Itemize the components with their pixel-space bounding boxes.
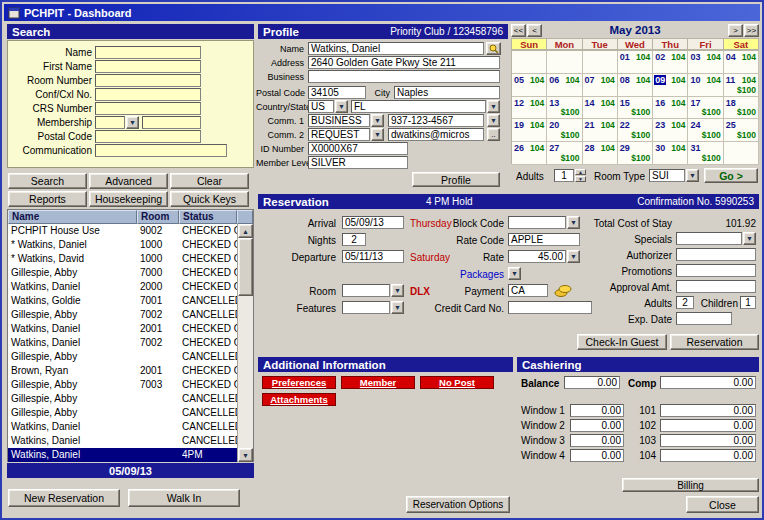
member-level-input[interactable] — [308, 156, 408, 169]
account-value-input[interactable] — [660, 434, 756, 447]
comm2-value-input[interactable] — [388, 128, 484, 141]
account-value-input[interactable] — [660, 449, 756, 462]
nights-input[interactable] — [342, 233, 366, 246]
search-button[interactable]: Search — [8, 173, 87, 189]
packages-dropdown-icon[interactable]: ▼ — [508, 267, 521, 280]
column-header-status[interactable]: Status — [179, 210, 237, 224]
rate-input[interactable] — [508, 250, 566, 263]
calendar-day-cell[interactable]: 10104 — [688, 74, 723, 97]
calendar-prev-year-button[interactable]: << — [511, 24, 526, 37]
credit-card-input[interactable] — [508, 301, 592, 314]
column-header-room[interactable]: Room — [137, 210, 179, 224]
communication-input[interactable] — [95, 144, 227, 157]
table-row[interactable]: Gillespie, Abby7003CHECKED OUT — [8, 378, 237, 392]
country-input[interactable] — [308, 100, 334, 113]
calendar-day-cell[interactable]: 02104 — [653, 51, 688, 74]
table-row[interactable]: Watkins, Goldie7001CANCELLED — [8, 294, 237, 308]
lamp-preferences[interactable]: Preferences — [262, 376, 336, 389]
comm1-dropdown-icon[interactable]: ▼ — [371, 114, 384, 127]
comm2-ellipsis-icon[interactable]: .. — [487, 128, 500, 141]
calendar-day-cell[interactable]: 17$100 — [688, 97, 723, 120]
calendar-day-cell[interactable]: 29$100 — [618, 142, 653, 165]
calendar-day-cell[interactable]: 15$100 — [618, 97, 653, 120]
block-code-dropdown-icon[interactable]: ▼ — [567, 216, 580, 229]
block-code-input[interactable] — [508, 216, 566, 229]
calendar-day-cell[interactable]: 06104 — [547, 74, 582, 97]
scroll-down-icon[interactable]: ▼ — [238, 448, 253, 462]
account-value-input[interactable] — [660, 419, 756, 432]
calendar-day-cell[interactable]: 04104 — [724, 51, 759, 74]
room-input[interactable] — [342, 284, 390, 297]
calendar-day-cell[interactable] — [512, 51, 547, 74]
lamp-attachments[interactable]: Attachments — [262, 393, 336, 406]
lamp-member[interactable]: Member — [341, 376, 415, 389]
crs-number-input[interactable] — [95, 102, 201, 115]
table-row[interactable]: Watkins, DanielCANCELLED — [8, 434, 237, 448]
reservation-button[interactable]: Reservation — [670, 334, 759, 350]
reports-button[interactable]: Reports — [8, 191, 87, 207]
exp-date-input[interactable] — [676, 312, 732, 325]
billing-button[interactable]: Billing — [622, 478, 759, 492]
conf-no-input[interactable] — [95, 88, 201, 101]
new-reservation-button[interactable]: New Reservation — [8, 489, 120, 507]
table-row[interactable]: Gillespie, AbbyCANCELLED — [8, 406, 237, 420]
column-header-name[interactable]: Name — [8, 210, 137, 224]
window-value-input[interactable] — [570, 434, 624, 447]
country-dropdown-icon[interactable]: ▼ — [335, 100, 348, 113]
window-value-input[interactable] — [570, 419, 624, 432]
adults-spin-up-icon[interactable]: ▲ — [575, 169, 586, 175]
features-input[interactable] — [342, 301, 390, 314]
comm1-type-input[interactable] — [308, 114, 370, 127]
calendar-day-cell[interactable]: 13$100 — [547, 97, 582, 120]
calendar-day-cell[interactable]: 18$100 — [724, 97, 759, 120]
calendar-day-cell[interactable]: 14104 — [583, 97, 618, 120]
quick-keys-button[interactable]: Quick Keys — [170, 191, 249, 207]
calendar-day-cell[interactable]: 11104$100 — [724, 74, 759, 97]
calendar-day-cell[interactable]: 27$100 — [547, 142, 582, 165]
reservation-options-button[interactable]: Reservation Options — [406, 496, 510, 513]
calendar-prev-month-button[interactable]: < — [527, 24, 542, 37]
promotions-input[interactable] — [676, 264, 756, 277]
calendar-day-cell[interactable]: 21104 — [583, 119, 618, 142]
comm1-more-icon[interactable]: ▼ — [487, 114, 500, 127]
cash-coins-icon[interactable] — [554, 284, 572, 297]
state-dropdown-icon[interactable]: ▼ — [487, 100, 500, 113]
specials-input[interactable] — [676, 232, 742, 245]
calendar-day-cell[interactable]: 25$100 — [724, 119, 759, 142]
specials-dropdown-icon[interactable]: ▼ — [743, 232, 756, 245]
membership-dropdown-icon[interactable]: ▼ — [126, 116, 139, 129]
calendar-day-cell[interactable]: 31$100 — [688, 142, 723, 165]
adults-spin-down-icon[interactable]: ▼ — [575, 176, 586, 182]
first-name-input[interactable] — [95, 60, 201, 73]
room-dropdown-icon[interactable]: ▼ — [391, 284, 404, 297]
table-row[interactable]: * Watkins, David1000CHECKED OUT — [8, 252, 237, 266]
table-row[interactable]: * Watkins, Daniel1000CHECKED OUT — [8, 238, 237, 252]
state-input[interactable] — [351, 100, 486, 113]
table-row[interactable]: Watkins, Daniel2000CHECKED OUT — [8, 280, 237, 294]
calendar-day-cell[interactable]: 30104 — [653, 142, 688, 165]
room-number-input[interactable] — [95, 74, 201, 87]
scroll-up-icon[interactable]: ▲ — [238, 224, 253, 238]
children-input[interactable] — [740, 296, 756, 309]
room-type-dropdown-icon[interactable]: ▼ — [686, 169, 699, 182]
authorizer-input[interactable] — [676, 248, 756, 261]
table-row[interactable]: Watkins, Daniel4PM — [8, 448, 237, 462]
calendar-day-cell[interactable]: 01104 — [618, 51, 653, 74]
calendar-day-cell[interactable]: 16104 — [653, 97, 688, 120]
table-row[interactable]: Gillespie, AbbyCANCELLED — [8, 350, 237, 364]
comm2-dropdown-icon[interactable]: ▼ — [371, 128, 384, 141]
clear-button[interactable]: Clear — [170, 173, 249, 189]
table-row[interactable]: Gillespie, AbbyCANCELLED — [8, 392, 237, 406]
features-dropdown-icon[interactable]: ▼ — [391, 301, 404, 314]
table-row[interactable]: Watkins, DanielCANCELLED — [8, 420, 237, 434]
profile-name-input[interactable] — [308, 42, 484, 55]
calendar-day-cell[interactable]: 08104 — [618, 74, 653, 97]
go-button[interactable]: Go > — [704, 168, 758, 183]
window-value-input[interactable] — [570, 449, 624, 462]
table-row[interactable]: Watkins, Daniel7002CHECKED OUT — [8, 336, 237, 350]
adults-input[interactable] — [554, 169, 574, 182]
calendar-day-cell[interactable]: 28104 — [583, 142, 618, 165]
calendar-day-cell[interactable]: 12104 — [512, 97, 547, 120]
res-adults-input[interactable] — [676, 296, 694, 309]
walk-in-button[interactable]: Walk In — [128, 489, 240, 507]
